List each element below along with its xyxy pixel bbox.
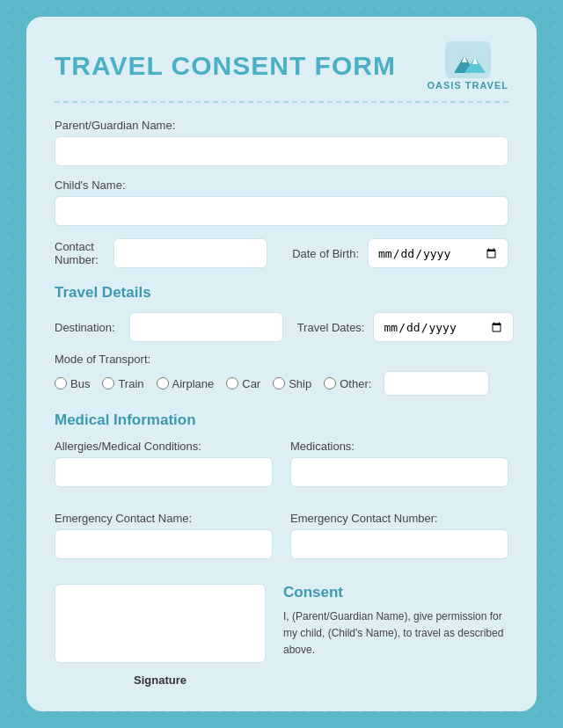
bottom-section: Signature Consent I, (Parent/Guardian Na… <box>55 584 508 687</box>
transport-car-radio[interactable] <box>226 377 238 389</box>
consent-box: Consent I, (Parent/Guardian Name), give … <box>283 584 508 687</box>
transport-train-label: Train <box>118 377 143 390</box>
transport-airplane[interactable]: Airplane <box>157 377 215 390</box>
dob-group: Date of Birth: <box>292 238 508 268</box>
consent-title: Consent <box>283 584 508 601</box>
emergency-number-label: Emergency Contact Number: <box>290 512 508 525</box>
emergency-number-field: Emergency Contact Number: <box>290 512 508 559</box>
destination-dates-row: Destination: Travel Dates: <box>55 312 508 342</box>
transport-ship-radio[interactable] <box>273 377 285 389</box>
transport-bus-radio[interactable] <box>55 377 67 389</box>
signature-area[interactable] <box>55 584 266 663</box>
form-container: TRAVEL CONSENT FORM OASIS TRAVEL Parent/… <box>26 17 537 711</box>
medical-grid: Allergies/Medical Conditions: Medication… <box>55 440 508 571</box>
emergency-name-field: Emergency Contact Name: <box>55 512 273 559</box>
dob-input[interactable] <box>368 238 508 268</box>
parent-guardian-input[interactable] <box>55 136 508 166</box>
contact-number-input[interactable] <box>113 238 267 268</box>
allergies-input[interactable] <box>55 457 273 487</box>
transport-car-label: Car <box>242 377 260 390</box>
transport-ship-label: Ship <box>289 377 311 390</box>
signature-label: Signature <box>134 673 186 687</box>
contact-number-label: ContactNumber: <box>55 240 103 266</box>
travel-details-title: Travel Details <box>55 284 508 302</box>
allergies-label: Allergies/Medical Conditions: <box>55 440 273 453</box>
header: TRAVEL CONSENT FORM OASIS TRAVEL <box>55 41 508 91</box>
dob-label: Date of Birth: <box>292 247 359 260</box>
logo-area: OASIS TRAVEL <box>428 41 508 91</box>
transport-airplane-label: Airplane <box>172 377 215 390</box>
transport-bus-label: Bus <box>70 377 90 390</box>
parent-guardian-label: Parent/Guardian Name: <box>55 119 508 132</box>
transport-ship[interactable]: Ship <box>273 377 311 390</box>
transport-other-input[interactable] <box>384 371 489 396</box>
childs-name-input[interactable] <box>55 196 508 226</box>
childs-name-field: Child's Name: <box>55 178 508 226</box>
section-divider <box>55 101 508 103</box>
transport-train-radio[interactable] <box>102 377 114 389</box>
destination-label: Destination: <box>55 321 115 334</box>
transport-section: Mode of Transport: Bus Train Airplane Ca… <box>55 353 508 396</box>
medical-info-title: Medical Information <box>55 411 508 429</box>
logo-text: OASIS TRAVEL <box>428 80 508 91</box>
consent-text: I, (Parent/Guardian Name), give permissi… <box>283 608 508 659</box>
emergency-name-input[interactable] <box>55 529 273 559</box>
transport-other-label: Other: <box>340 377 371 390</box>
medications-label: Medications: <box>290 440 508 453</box>
transport-label: Mode of Transport: <box>55 353 508 366</box>
transport-radio-group: Bus Train Airplane Car Ship Other: <box>55 371 508 396</box>
transport-train[interactable]: Train <box>102 377 143 390</box>
transport-car[interactable]: Car <box>226 377 260 390</box>
oasis-logo-icon <box>445 41 491 78</box>
allergies-field: Allergies/Medical Conditions: <box>55 440 273 487</box>
medications-input[interactable] <box>290 457 508 487</box>
travel-dates-label: Travel Dates: <box>297 321 365 334</box>
destination-input[interactable] <box>129 312 283 342</box>
transport-other-radio[interactable] <box>324 377 336 389</box>
contact-dob-row: ContactNumber: Date of Birth: <box>55 238 508 268</box>
travel-dates-input[interactable] <box>373 312 514 342</box>
form-title: TRAVEL CONSENT FORM <box>55 51 396 81</box>
transport-other[interactable]: Other: <box>324 377 371 390</box>
emergency-name-label: Emergency Contact Name: <box>55 512 273 525</box>
transport-bus[interactable]: Bus <box>55 377 90 390</box>
transport-airplane-radio[interactable] <box>157 377 169 389</box>
childs-name-label: Child's Name: <box>55 178 508 192</box>
parent-guardian-field: Parent/Guardian Name: <box>55 119 508 166</box>
medications-field: Medications: <box>290 440 508 487</box>
travel-dates-group: Travel Dates: <box>297 312 515 342</box>
emergency-number-input[interactable] <box>290 529 508 559</box>
signature-box: Signature <box>55 584 266 687</box>
